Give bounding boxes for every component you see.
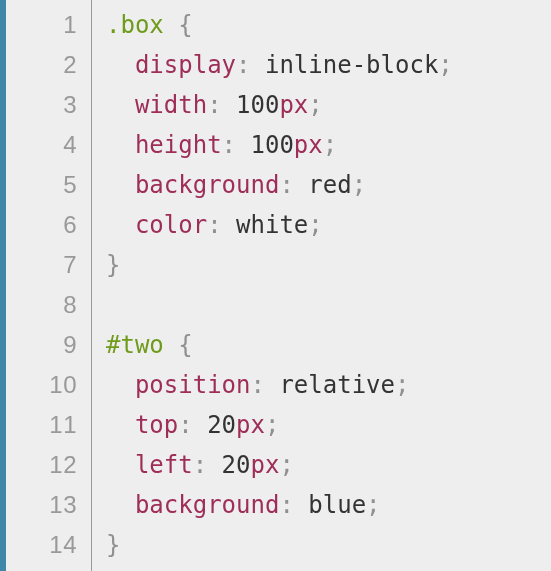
code-token: blue bbox=[308, 491, 366, 519]
code-token: px bbox=[279, 91, 308, 119]
code-line: } bbox=[106, 525, 551, 565]
code-token: : bbox=[279, 171, 293, 199]
code-token: ; bbox=[323, 131, 337, 159]
code-line bbox=[106, 285, 551, 325]
code-token: background bbox=[135, 491, 280, 519]
code-token bbox=[193, 411, 207, 439]
code-token: ; bbox=[352, 171, 366, 199]
line-number: 4 bbox=[6, 125, 77, 165]
code-token: px bbox=[236, 411, 265, 439]
code-content[interactable]: .box {display: inline-block;width: 100px… bbox=[92, 0, 551, 571]
code-line: position: relative; bbox=[106, 365, 551, 405]
line-number: 2 bbox=[6, 45, 77, 85]
code-token: ; bbox=[279, 451, 293, 479]
code-line: left: 20px; bbox=[106, 445, 551, 485]
line-number: 13 bbox=[6, 485, 77, 525]
code-token: background bbox=[135, 171, 280, 199]
code-token: px bbox=[294, 131, 323, 159]
code-line: } bbox=[106, 245, 551, 285]
line-number: 14 bbox=[6, 525, 77, 565]
code-token: ; bbox=[308, 91, 322, 119]
line-number: 1 bbox=[6, 5, 77, 45]
line-number: 7 bbox=[6, 245, 77, 285]
code-token: 20 bbox=[207, 411, 236, 439]
code-token: red bbox=[308, 171, 351, 199]
code-block: 1234567891011121314 .box {display: inlin… bbox=[0, 0, 551, 571]
line-number: 8 bbox=[6, 285, 77, 325]
code-token: ; bbox=[366, 491, 380, 519]
code-token bbox=[294, 491, 308, 519]
code-line: #two { bbox=[106, 325, 551, 365]
line-number: 3 bbox=[6, 85, 77, 125]
code-token bbox=[294, 171, 308, 199]
code-token: .box bbox=[106, 11, 164, 39]
code-line: color: white; bbox=[106, 205, 551, 245]
code-token: ; bbox=[395, 371, 409, 399]
code-token: { bbox=[178, 11, 192, 39]
code-token: ; bbox=[265, 411, 279, 439]
code-token: left bbox=[135, 451, 193, 479]
code-token bbox=[207, 451, 221, 479]
code-token: ; bbox=[308, 211, 322, 239]
code-token bbox=[164, 11, 178, 39]
code-token bbox=[222, 211, 236, 239]
code-token: white bbox=[236, 211, 308, 239]
code-token: px bbox=[251, 451, 280, 479]
code-token: } bbox=[106, 251, 120, 279]
code-token: { bbox=[178, 331, 192, 359]
line-number: 5 bbox=[6, 165, 77, 205]
code-line: width: 100px; bbox=[106, 85, 551, 125]
code-token bbox=[164, 331, 178, 359]
code-token: height bbox=[135, 131, 222, 159]
code-token bbox=[265, 371, 279, 399]
code-token: } bbox=[106, 531, 120, 559]
code-token: ; bbox=[438, 51, 452, 79]
line-number: 10 bbox=[6, 365, 77, 405]
code-token: top bbox=[135, 411, 178, 439]
code-token bbox=[236, 131, 250, 159]
code-token: 100 bbox=[236, 91, 279, 119]
code-token: : bbox=[207, 91, 221, 119]
code-line: top: 20px; bbox=[106, 405, 551, 445]
code-token: : bbox=[178, 411, 192, 439]
code-token: inline-block bbox=[265, 51, 438, 79]
code-token: : bbox=[207, 211, 221, 239]
code-token: : bbox=[250, 371, 264, 399]
code-token: : bbox=[279, 491, 293, 519]
code-token: display bbox=[135, 51, 236, 79]
line-number-gutter: 1234567891011121314 bbox=[6, 0, 92, 571]
code-token bbox=[251, 51, 265, 79]
code-line: background: red; bbox=[106, 165, 551, 205]
line-number: 9 bbox=[6, 325, 77, 365]
code-line: background: blue; bbox=[106, 485, 551, 525]
code-token: position bbox=[135, 371, 251, 399]
code-token: color bbox=[135, 211, 207, 239]
code-token: 100 bbox=[251, 131, 294, 159]
code-token: : bbox=[236, 51, 250, 79]
line-number: 12 bbox=[6, 445, 77, 485]
line-number: 11 bbox=[6, 405, 77, 445]
code-token: relative bbox=[279, 371, 395, 399]
code-token: : bbox=[193, 451, 207, 479]
code-token: width bbox=[135, 91, 207, 119]
code-token: 20 bbox=[222, 451, 251, 479]
code-token: : bbox=[222, 131, 236, 159]
code-line: .box { bbox=[106, 5, 551, 45]
code-token: #two bbox=[106, 331, 164, 359]
code-token bbox=[222, 91, 236, 119]
code-line: height: 100px; bbox=[106, 125, 551, 165]
code-line: display: inline-block; bbox=[106, 45, 551, 85]
line-number: 6 bbox=[6, 205, 77, 245]
